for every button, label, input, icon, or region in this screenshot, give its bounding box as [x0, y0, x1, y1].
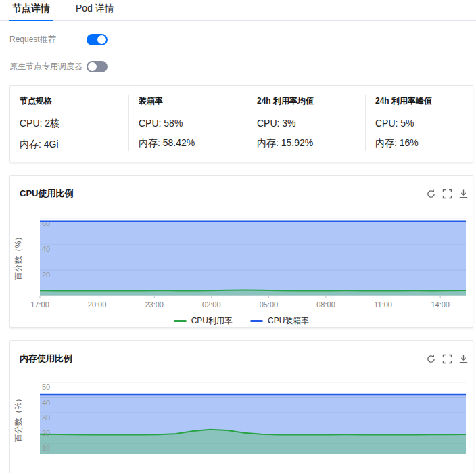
svg-text:14:00: 14:00 [431, 300, 450, 309]
svg-text:20: 20 [42, 429, 50, 437]
request-recommend-label: Request推荐 [9, 34, 87, 45]
svg-text:百分数（%）: 百分数（%） [14, 233, 23, 281]
native-node-scheduler-toggle[interactable] [87, 61, 108, 72]
svg-text:百分数（%）: 百分数（%） [14, 395, 23, 443]
stat-header: 24h 利用率均值 [257, 95, 365, 107]
tab-pod-detail[interactable]: Pod 详情 [73, 0, 117, 20]
stat-cpu-value: CPU: 2核 [20, 118, 128, 130]
svg-text:23:00: 23:00 [145, 300, 164, 309]
stat-col-node-spec: 节点规格 CPU: 2核 内存: 4Gi [10, 95, 128, 151]
fullscreen-icon[interactable] [442, 354, 452, 364]
svg-text:40: 40 [42, 245, 50, 253]
svg-text:20: 20 [42, 271, 50, 279]
download-icon[interactable] [458, 354, 469, 364]
memory-usage-card: 内存使用比例 [9, 340, 473, 473]
legend-swatch [250, 320, 263, 322]
legend-swatch [174, 320, 187, 322]
stat-header: 装箱率 [139, 95, 247, 107]
cpu-chart-header: CPU使用比例 [10, 176, 473, 200]
node-stats-card: 节点规格 CPU: 2核 内存: 4Gi 装箱率 CPU: 58% 内存: 58… [9, 85, 473, 162]
stat-col-24h-peak-utilization: 24h 利用率峰值 CPU: 5% 内存: 16% [365, 95, 460, 151]
stat-header: 24h 利用率峰值 [375, 95, 460, 107]
svg-text:08:00: 08:00 [316, 300, 335, 309]
stat-cpu-value: CPU: 5% [375, 118, 460, 129]
stat-header: 节点规格 [20, 95, 128, 107]
svg-text:30: 30 [42, 413, 50, 422]
refresh-icon[interactable] [426, 354, 436, 364]
svg-text:40: 40 [42, 399, 50, 407]
legend-label: CPU利用率 [191, 315, 233, 327]
stat-col-packing-rate: 装箱率 CPU: 58% 内存: 58.42% [128, 95, 247, 151]
memory-chart-title: 内存使用比例 [20, 353, 72, 365]
tab-bar: 节点详情 Pod 详情 [0, 0, 476, 21]
cpu-chart-legend: CPU利用率CPU装箱率 [10, 315, 473, 327]
cpu-usage-chart-svg: 20406017:0020:0023:0002:0005:0008:0011:0… [10, 212, 474, 309]
memory-chart-header: 内存使用比例 [10, 341, 473, 365]
stat-cpu-value: CPU: 3% [257, 118, 365, 129]
stat-mem-value: 内存: 16% [375, 137, 460, 150]
stat-mem-value: 内存: 58.42% [139, 137, 247, 150]
cpu-chart-title: CPU使用比例 [20, 187, 73, 200]
svg-text:11:00: 11:00 [374, 300, 392, 309]
svg-text:17:00: 17:00 [30, 300, 49, 309]
stat-mem-value: 内存: 4Gi [20, 139, 128, 151]
stat-col-24h-avg-utilization: 24h 利用率均值 CPU: 3% 内存: 15.92% [247, 95, 365, 151]
request-recommend-row: Request推荐 [9, 32, 476, 46]
cpu-chart-actions [426, 189, 469, 199]
stat-mem-value: 内存: 15.92% [257, 137, 365, 150]
svg-text:05:00: 05:00 [260, 300, 279, 309]
memory-usage-chart-svg: 5040302010百分数（%） [10, 377, 474, 454]
svg-text:50: 50 [42, 383, 50, 391]
native-node-scheduler-row: 原生节点专用调度器 [9, 60, 476, 73]
native-node-scheduler-label: 原生节点专用调度器 [9, 61, 87, 72]
node-detail-page: 节点详情 Pod 详情 Request推荐 原生节点专用调度器 节点规格 CPU… [0, 0, 476, 473]
toggle-knob [97, 35, 106, 44]
download-icon[interactable] [458, 189, 469, 199]
stat-cpu-value: CPU: 58% [139, 118, 247, 129]
refresh-icon[interactable] [426, 189, 436, 199]
toggle-knob [88, 62, 97, 71]
request-recommend-toggle[interactable] [87, 34, 108, 45]
cpu-usage-card: CPU使用比例 [9, 175, 473, 328]
fullscreen-icon[interactable] [442, 189, 452, 199]
memory-chart-actions [426, 354, 469, 364]
tab-node-detail[interactable]: 节点详情 [9, 0, 53, 20]
svg-text:02:00: 02:00 [202, 300, 221, 309]
legend-item[interactable]: CPU装箱率 [250, 315, 309, 327]
svg-text:20:00: 20:00 [88, 300, 107, 309]
svg-text:10: 10 [42, 444, 50, 452]
legend-label: CPU装箱率 [268, 315, 309, 327]
legend-item[interactable]: CPU利用率 [174, 315, 233, 327]
